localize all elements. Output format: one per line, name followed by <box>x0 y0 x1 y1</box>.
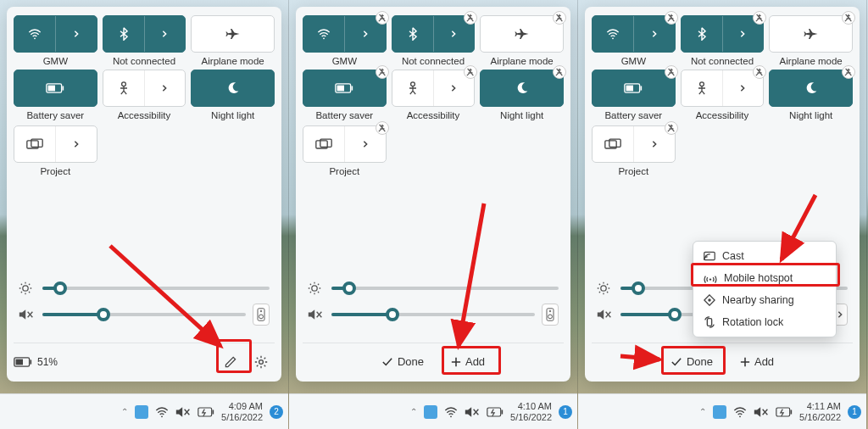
project-toggle[interactable] <box>303 125 387 163</box>
unpin-icon[interactable] <box>464 65 477 79</box>
tray-app-icon[interactable] <box>135 405 148 419</box>
svg-rect-16 <box>198 408 212 416</box>
svg-rect-32 <box>502 410 504 414</box>
unpin-icon[interactable] <box>753 65 766 79</box>
wifi-toggle[interactable] <box>14 15 97 53</box>
tile-airplane: Airplane mode <box>191 15 275 66</box>
svg-rect-25 <box>320 139 331 147</box>
unpin-icon[interactable] <box>753 11 766 25</box>
bluetooth-toggle[interactable] <box>103 15 186 53</box>
volume-mute-icon <box>19 309 36 320</box>
brightness-slider[interactable] <box>331 287 559 290</box>
svg-rect-46 <box>776 408 790 416</box>
unpin-icon[interactable] <box>553 11 566 25</box>
tray-volume-icon[interactable] <box>465 406 480 418</box>
battery-saver-toggle[interactable] <box>592 70 676 107</box>
menu-item-nearby-sharing[interactable]: Nearby sharing <box>697 289 832 311</box>
battery-saver-toggle[interactable] <box>303 70 387 107</box>
brightness-icon <box>308 281 325 295</box>
notification-badge[interactable]: 2 <box>270 405 283 419</box>
unpin-icon[interactable] <box>665 121 678 135</box>
airplane-toggle[interactable] <box>480 15 564 53</box>
menu-item-cast[interactable]: Cast <box>697 245 832 267</box>
tray-chevron-icon[interactable]: ⌃ <box>121 407 128 416</box>
unpin-icon[interactable] <box>842 11 855 25</box>
add-button[interactable]: Add <box>733 352 781 371</box>
bluetooth-toggle[interactable] <box>681 15 765 53</box>
accessibility-toggle[interactable] <box>392 70 476 107</box>
mobile-hotspot-label: Mobile hotspot <box>724 272 793 284</box>
unpin-icon[interactable] <box>376 11 389 25</box>
unpin-icon[interactable] <box>553 65 566 79</box>
wifi-expand[interactable] <box>56 16 97 52</box>
battery-status[interactable]: 51% <box>14 356 58 368</box>
add-button[interactable]: Add <box>444 352 492 371</box>
tray-wifi-icon[interactable] <box>155 406 169 418</box>
menu-item-mobile-hotspot[interactable]: Mobile hotspot <box>697 267 832 289</box>
tray-battery-icon[interactable] <box>198 407 214 417</box>
volume-slider[interactable] <box>42 313 246 316</box>
volume-mute-icon <box>597 309 614 320</box>
done-button[interactable]: Done <box>664 352 720 371</box>
audio-output-button[interactable] <box>542 304 559 326</box>
notification-badge[interactable]: 1 <box>848 405 861 419</box>
battery-saver-toggle[interactable] <box>14 70 97 107</box>
brightness-slider[interactable] <box>42 287 270 290</box>
bluetooth-label: Not connected <box>113 56 175 66</box>
accessibility-expand[interactable] <box>145 70 186 106</box>
system-tray[interactable]: ⌃ 4:09 AM 5/16/2022 2 <box>121 401 283 422</box>
airplane-label: Airplane mode <box>780 56 843 66</box>
brightness-slider-row <box>19 281 270 295</box>
night-light-toggle[interactable] <box>191 70 275 107</box>
unpin-icon[interactable] <box>376 65 389 79</box>
accessibility-toggle[interactable] <box>681 70 765 107</box>
bluetooth-toggle[interactable] <box>392 15 476 53</box>
system-tray[interactable]: ⌃ 4:10 AM 5/16/2022 1 <box>410 401 572 422</box>
menu-item-rotation-lock[interactable]: Rotation lock <box>697 311 832 333</box>
quick-settings-panel: GMW Not connected Airplane mode Battery … <box>7 7 281 382</box>
night-light-toggle[interactable] <box>769 70 853 107</box>
volume-slider-row <box>308 304 559 326</box>
done-button[interactable]: Done <box>375 352 431 371</box>
volume-slider[interactable] <box>331 313 535 316</box>
wifi-toggle[interactable] <box>592 15 676 53</box>
tray-volume-icon[interactable] <box>175 406 191 418</box>
tray-chevron-icon[interactable]: ⌃ <box>410 407 417 416</box>
svg-rect-40 <box>609 139 620 147</box>
taskbar-clock[interactable]: 4:11 AM 5/16/2022 <box>799 401 841 422</box>
accessibility-toggle[interactable] <box>103 70 186 107</box>
tray-app-icon[interactable] <box>713 405 726 419</box>
notification-badge[interactable]: 1 <box>559 405 572 419</box>
tray-volume-icon[interactable] <box>754 406 769 418</box>
tray-wifi-icon[interactable] <box>444 406 458 418</box>
unpin-icon[interactable] <box>842 65 855 79</box>
unpin-icon[interactable] <box>464 11 477 25</box>
airplane-toggle[interactable] <box>191 15 275 53</box>
bluetooth-expand[interactable] <box>145 16 186 52</box>
system-tray[interactable]: ⌃ 4:11 AM 5/16/2022 1 <box>699 401 861 422</box>
project-expand[interactable] <box>56 126 97 162</box>
night-light-toggle[interactable] <box>480 70 564 107</box>
taskbar-date: 5/16/2022 <box>510 412 552 423</box>
tray-wifi-icon[interactable] <box>733 406 747 418</box>
taskbar-clock[interactable]: 4:09 AM 5/16/2022 <box>221 401 263 422</box>
airplane-toggle[interactable] <box>769 15 853 53</box>
taskbar: ⌃ 4:09 AM 5/16/2022 2 <box>0 393 288 429</box>
night-light-label: Night light <box>500 110 543 120</box>
unpin-icon[interactable] <box>376 121 389 135</box>
svg-point-19 <box>323 37 325 39</box>
unpin-icon[interactable] <box>665 11 678 25</box>
unpin-icon[interactable] <box>665 65 678 79</box>
project-toggle[interactable] <box>14 125 97 163</box>
tray-app-icon[interactable] <box>424 405 437 419</box>
wifi-toggle[interactable] <box>303 15 387 53</box>
tile-wifi: GMW <box>303 15 387 66</box>
taskbar-clock[interactable]: 4:10 AM 5/16/2022 <box>510 401 552 422</box>
edit-button[interactable] <box>217 350 244 374</box>
settings-button[interactable] <box>248 350 275 374</box>
project-toggle[interactable] <box>592 125 676 163</box>
tray-battery-icon[interactable] <box>776 407 793 417</box>
audio-output-button[interactable] <box>253 304 270 326</box>
tray-chevron-icon[interactable]: ⌃ <box>699 407 706 416</box>
tray-battery-icon[interactable] <box>487 407 504 417</box>
